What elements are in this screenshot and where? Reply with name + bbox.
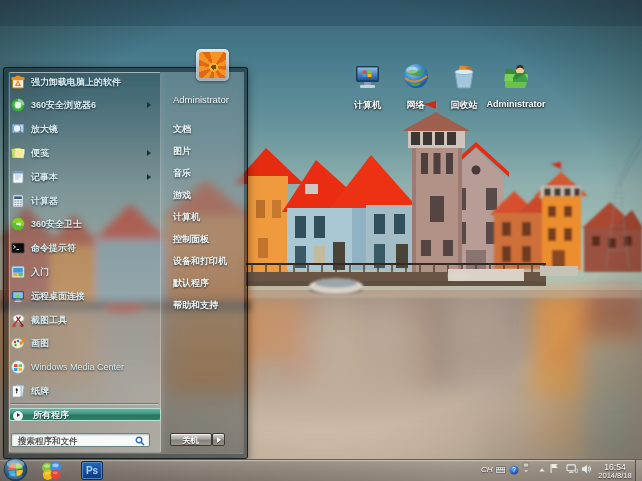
svg-text:?: ? <box>512 466 516 473</box>
